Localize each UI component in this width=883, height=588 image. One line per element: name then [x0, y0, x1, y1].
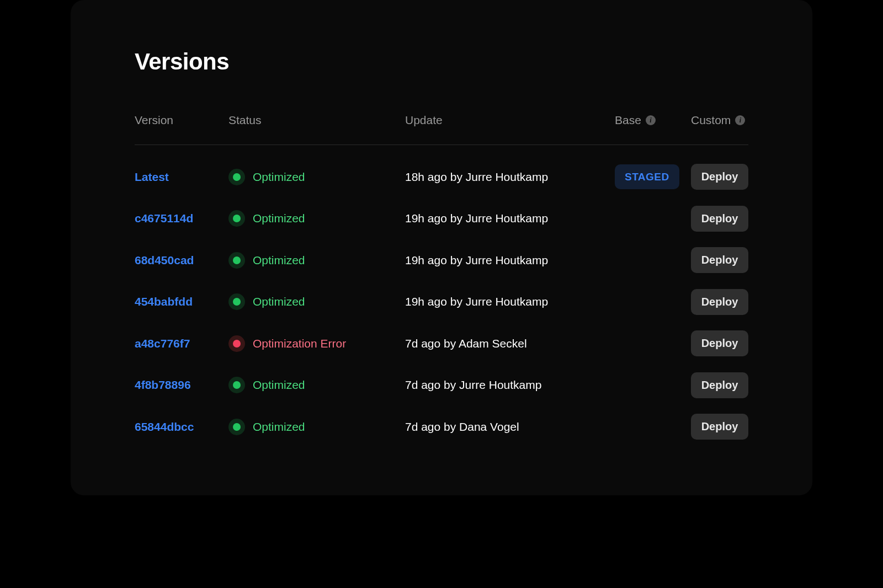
status-dot-ok-icon	[233, 215, 241, 222]
column-header-base: Basei	[615, 114, 656, 127]
status-text: Optimized	[253, 295, 305, 308]
update-text: 7d ago by Jurre Houtkamp	[405, 378, 615, 392]
status-text: Optimization Error	[253, 337, 346, 350]
deploy-button[interactable]: Deploy	[691, 414, 748, 440]
status-text: Optimized	[253, 378, 305, 392]
status-indicator-icon	[228, 377, 245, 393]
status-dot-ok-icon	[233, 381, 241, 389]
table-row: 454babfddOptimized19h ago by Jurre Houtk…	[135, 281, 748, 323]
deploy-button[interactable]: Deploy	[691, 372, 748, 398]
deploy-button[interactable]: Deploy	[691, 330, 748, 356]
update-text: 19h ago by Jurre Houtkamp	[405, 295, 615, 308]
column-header-update: Update	[405, 114, 615, 127]
deploy-button[interactable]: Deploy	[691, 289, 748, 315]
table-row: 65844dbccOptimized7d ago by Dana VogelDe…	[135, 406, 748, 448]
status-indicator-icon	[228, 252, 245, 269]
custom-cell: Deploy	[691, 289, 748, 315]
staged-badge: STAGED	[615, 164, 679, 189]
column-header-status: Status	[228, 114, 405, 127]
status-dot-error-icon	[233, 340, 241, 348]
status-text: Optimized	[253, 212, 305, 225]
status-dot-ok-icon	[233, 173, 241, 181]
version-link[interactable]: 68d450cad	[135, 254, 228, 267]
column-header-base-label: Base	[615, 114, 641, 126]
custom-cell: Deploy	[691, 164, 748, 190]
custom-cell: Deploy	[691, 247, 748, 273]
table-header: Version Status Update Basei Customi	[135, 114, 748, 145]
version-link[interactable]: Latest	[135, 170, 228, 184]
update-text: 7d ago by Adam Seckel	[405, 337, 615, 350]
column-header-version: Version	[135, 114, 228, 127]
version-link[interactable]: c4675114d	[135, 212, 228, 225]
custom-cell: Deploy	[691, 206, 748, 232]
status-cell: Optimized	[228, 169, 405, 185]
update-text: 7d ago by Dana Vogel	[405, 420, 615, 434]
status-text: Optimized	[253, 170, 305, 184]
status-text: Optimized	[253, 420, 305, 434]
status-cell: Optimized	[228, 252, 405, 269]
table-row: c4675114dOptimized19h ago by Jurre Houtk…	[135, 198, 748, 240]
table-row: 4f8b78896Optimized7d ago by Jurre Houtka…	[135, 365, 748, 407]
status-indicator-icon	[228, 293, 245, 310]
version-link[interactable]: 454babfdd	[135, 295, 228, 308]
status-indicator-icon	[228, 419, 245, 435]
update-text: 18h ago by Jurre Houtkamp	[405, 170, 615, 184]
table-row: LatestOptimized18h ago by Jurre Houtkamp…	[135, 156, 748, 198]
status-indicator-icon	[228, 210, 245, 227]
page-title: Versions	[135, 49, 748, 75]
status-indicator-icon	[228, 335, 245, 352]
status-dot-ok-icon	[233, 423, 241, 431]
status-cell: Optimized	[228, 293, 405, 310]
version-link[interactable]: 65844dbcc	[135, 420, 228, 434]
status-cell: Optimized	[228, 419, 405, 435]
base-cell: STAGED	[615, 171, 679, 183]
table-row: 68d450cadOptimized19h ago by Jurre Houtk…	[135, 239, 748, 281]
status-dot-ok-icon	[233, 256, 241, 264]
update-text: 19h ago by Jurre Houtkamp	[405, 212, 615, 225]
deploy-button[interactable]: Deploy	[691, 206, 748, 232]
deploy-button[interactable]: Deploy	[691, 247, 748, 273]
status-text: Optimized	[253, 254, 305, 267]
version-link[interactable]: 4f8b78896	[135, 378, 228, 392]
table-body: LatestOptimized18h ago by Jurre Houtkamp…	[135, 145, 748, 448]
column-header-custom: Customi	[691, 114, 745, 127]
custom-cell: Deploy	[691, 414, 748, 440]
column-header-custom-label: Custom	[691, 114, 731, 126]
info-icon[interactable]: i	[735, 115, 745, 125]
status-cell: Optimized	[228, 377, 405, 393]
info-icon[interactable]: i	[646, 115, 656, 125]
deploy-button[interactable]: Deploy	[691, 164, 748, 190]
table-row: a48c776f7Optimization Error7d ago by Ada…	[135, 323, 748, 365]
version-link[interactable]: a48c776f7	[135, 337, 228, 350]
update-text: 19h ago by Jurre Houtkamp	[405, 254, 615, 267]
versions-panel: Versions Version Status Update Basei Cus…	[71, 0, 812, 495]
page: Versions Version Status Update Basei Cus…	[0, 0, 883, 588]
status-dot-ok-icon	[233, 298, 241, 306]
status-cell: Optimized	[228, 210, 405, 227]
status-cell: Optimization Error	[228, 335, 405, 352]
custom-cell: Deploy	[691, 372, 748, 398]
status-indicator-icon	[228, 169, 245, 185]
custom-cell: Deploy	[691, 330, 748, 356]
